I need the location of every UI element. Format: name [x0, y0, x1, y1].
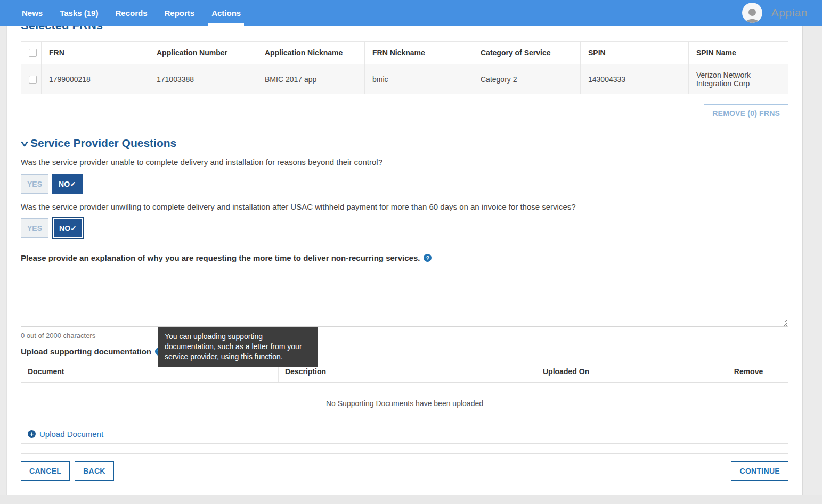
question-2-no-button[interactable]: NO✓ [52, 217, 84, 239]
appian-logo: Appian [771, 6, 808, 19]
upload-document-link[interactable]: + Upload Document [28, 429, 103, 439]
question-1-toggle: YES NO✓ [21, 173, 788, 195]
question-1-text: Was the service provider unable to compl… [21, 157, 788, 168]
col-header-remove: Remove [709, 360, 788, 383]
frn-table: FRN Application Number Application Nickn… [21, 41, 788, 94]
cell-application-number: 171003388 [149, 64, 257, 94]
cancel-button[interactable]: CANCEL [21, 461, 70, 481]
remove-frns-button[interactable]: REMOVE (0) FRNS [704, 104, 788, 122]
nav-item-news[interactable]: News [13, 0, 51, 26]
explanation-label: Please provide an explanation of why you… [21, 253, 420, 262]
cell-spin-name: Verizon Network Integration Corp [689, 64, 788, 94]
footer-divider [21, 453, 788, 454]
nav-right: Appian [742, 3, 822, 23]
upload-document-row: + Upload Document [21, 424, 788, 444]
explanation-label-row: Please provide an explanation of why you… [21, 253, 788, 262]
col-header-spin: SPIN [581, 42, 689, 64]
frn-table-header-row: FRN Application Number Application Nickn… [21, 42, 788, 64]
explanation-help-icon[interactable]: ? [424, 254, 432, 262]
person-icon [743, 6, 761, 23]
char-counter: 0 out of 2000 characters [21, 332, 788, 340]
plus-circle-icon: + [28, 430, 36, 438]
question-2-text: Was the service provider unwilling to co… [21, 202, 788, 212]
cell-frn: 1799000218 [42, 64, 149, 94]
nav-items: News Tasks (19) Records Reports Actions [13, 0, 249, 26]
cell-frn-nickname: bmic [365, 64, 473, 94]
explanation-textarea[interactable] [21, 267, 788, 327]
cell-category-of-service: Category 2 [473, 64, 581, 94]
top-navbar: News Tasks (19) Records Reports Actions … [0, 0, 822, 26]
upload-document-label: Upload Document [39, 429, 103, 439]
upload-help-tooltip: You can uploading supporting documentati… [158, 327, 318, 367]
question-2-yes-button[interactable]: YES [21, 218, 48, 238]
documents-empty-row: No Supporting Documents have been upload… [21, 383, 788, 424]
upload-documentation-label: Upload supporting documentation [21, 347, 151, 356]
main-content-card: Selected FRNs FRN Application Number App… [6, 26, 803, 495]
col-header-spin-name: SPIN Name [689, 42, 788, 64]
section-title-label: Service Provider Questions [30, 137, 176, 150]
frn-table-row: 1799000218 171003388 BMIC 2017 app bmic … [21, 64, 788, 94]
user-avatar[interactable] [742, 3, 762, 23]
explanation-box [21, 267, 788, 327]
row-checkbox[interactable] [29, 76, 37, 84]
nav-item-tasks[interactable]: Tasks (19) [51, 0, 107, 26]
question-1-yes-button[interactable]: YES [21, 174, 48, 194]
question-1-no-button[interactable]: NO✓ [52, 174, 83, 194]
footer-actions: CANCEL BACK CONTINUE [21, 461, 788, 481]
no-documents-message: No Supporting Documents have been upload… [21, 383, 788, 424]
nav-item-records[interactable]: Records [107, 0, 156, 26]
documents-table-header-row: Document Description Uploaded On Remove [21, 360, 788, 383]
nav-item-reports[interactable]: Reports [156, 0, 203, 26]
documents-table: Document Description Uploaded On Remove … [21, 360, 788, 444]
col-header-category-of-service: Category of Service [473, 42, 581, 64]
col-header-frn: FRN [42, 42, 149, 64]
col-header-uploaded-on: Uploaded On [536, 360, 709, 383]
select-all-checkbox[interactable] [29, 49, 37, 57]
chevron-down-icon [21, 141, 28, 147]
service-provider-questions-heading[interactable]: Service Provider Questions [21, 137, 788, 150]
col-header-application-nickname: Application Nickname [257, 42, 365, 64]
col-header-application-number: Application Number [149, 42, 257, 64]
back-button[interactable]: BACK [75, 461, 114, 481]
nav-item-actions[interactable]: Actions [203, 0, 249, 26]
cell-application-nickname: BMIC 2017 app [257, 64, 365, 94]
continue-button[interactable]: CONTINUE [731, 461, 788, 481]
cell-spin: 143004333 [581, 64, 689, 94]
col-header-frn-nickname: FRN Nickname [365, 42, 473, 64]
question-2-toggle: YES NO✓ [21, 217, 788, 239]
page-footer-band [0, 495, 822, 504]
upload-label-row: Upload supporting documentation ? [21, 347, 788, 356]
remove-button-row: REMOVE (0) FRNS [21, 104, 788, 122]
